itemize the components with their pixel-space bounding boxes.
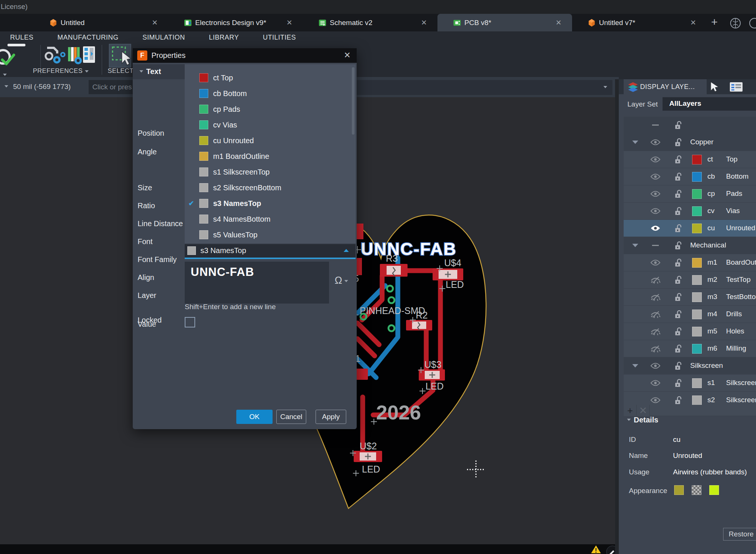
layer-color-swatch[interactable] [692,327,702,336]
tab-schematic-v2[interactable]: Schematic v2✕ [303,14,437,31]
add-layer-button[interactable]: + [624,405,637,416]
layer-color-swatch[interactable] [692,172,702,182]
visibility-toggle[interactable] [649,323,662,340]
layers-table-header[interactable] [624,117,756,134]
visibility-toggle[interactable] [649,340,662,357]
layer-color-swatch[interactable] [692,378,702,388]
visibility-toggle[interactable] [649,375,662,391]
visibility-toggle[interactable] [649,271,662,288]
layer-row-m3[interactable]: m3TestBottom [624,289,756,306]
layer-color-swatch[interactable] [692,189,702,199]
visibility-toggle[interactable] [649,254,662,271]
layer-row-s1[interactable]: s1SilkscreenTop [624,375,756,392]
dialog-titlebar[interactable]: F Properties ✕ [133,48,357,63]
layer-color-swatch[interactable] [692,155,702,164]
tab-electronics-design-v9-[interactable]: Electronics Design v9*✕ [168,14,303,31]
layer-row-cv[interactable]: cvVias [624,203,756,220]
layer-option-s1[interactable]: s1 SilkscreenTop [185,164,356,180]
unlock-icon[interactable] [673,203,683,219]
visibility-toggle[interactable] [649,357,662,374]
layer-row-m4[interactable]: m4Drills [624,306,756,323]
layer-option-cv[interactable]: cv Vias [185,117,356,133]
layer-option-ct[interactable]: ct Top [185,70,356,86]
cursor-icon[interactable] [709,81,718,92]
tab-untitled[interactable]: Untitled✕ [34,14,168,31]
close-icon[interactable]: ✕ [556,18,562,27]
delete-layer-button[interactable]: ✕ [637,405,650,416]
tab-untitled-v7-[interactable]: Untitled v7*✕ [572,14,707,31]
layer-option-m1[interactable]: m1 BoardOutline [185,148,356,164]
display-layers-tab[interactable]: DISPLAY LAYE... [624,79,707,94]
menu-library[interactable]: LIBRARY [209,34,239,41]
unlock-icon[interactable] [673,340,683,357]
layer-option-cu[interactable]: cu Unrouted [185,133,356,148]
layer-option-s4[interactable]: s4 NamesBottom [185,211,356,227]
layer-option-cb[interactable]: cb Bottom [185,86,356,101]
unlock-icon[interactable] [673,220,683,237]
layer-color-swatch[interactable] [692,396,702,405]
unlock-icon[interactable] [673,254,683,271]
layer-option-s5[interactable]: s5 ValuesTop [185,227,356,243]
unlock-icon[interactable] [673,323,683,340]
visibility-toggle[interactable] [649,168,662,185]
select-tool-icon[interactable] [109,44,131,67]
special-character-button[interactable]: Ω [335,275,348,286]
ok-button[interactable]: OK [236,410,273,424]
layer-row-ct[interactable]: ctTop [624,151,756,168]
unlock-icon[interactable] [673,134,683,151]
close-icon[interactable]: ✕ [421,18,427,27]
chevron-down-icon[interactable] [627,419,631,421]
appearance-swatch-1[interactable] [674,485,684,495]
layer-row-m2[interactable]: m2TestTop [624,271,756,289]
layer-row-cp[interactable]: cpPads [624,185,756,203]
unlock-icon[interactable] [673,306,683,323]
layer-color-swatch[interactable] [692,206,702,216]
collapse-icon[interactable] [630,357,640,374]
layer-group-copper[interactable]: Copper [624,134,756,151]
appearance-swatch-3[interactable] [709,485,719,495]
collapse-icon[interactable] [630,237,640,254]
layer-row-m6[interactable]: m6Milling [624,340,756,357]
panel-layout-icon[interactable] [83,46,95,63]
unlock-icon[interactable] [673,117,683,133]
layer-row-m1[interactable]: m1BoardOutline [624,254,756,271]
layer-select-field[interactable]: s3 NamesTop [185,244,356,258]
restore-button[interactable]: Restore [723,528,756,541]
visibility-toggle[interactable] [649,220,662,237]
layer-color-swatch[interactable] [692,344,702,354]
layer-color-swatch[interactable] [692,310,702,319]
layer-color-swatch[interactable] [692,292,702,302]
drc-icon[interactable] [0,44,25,64]
menu-simulation[interactable]: SIMULATION [142,34,185,41]
layer-option-cp[interactable]: cp Pads [185,101,356,117]
new-tab-button[interactable]: + [711,16,718,28]
unlock-icon[interactable] [673,151,683,168]
layer-stack-settings-icon[interactable] [68,47,82,64]
net-classes-icon[interactable] [46,48,65,64]
layer-row-m5[interactable]: m5Holes [624,323,756,340]
value-textarea[interactable]: UNNC-FAB [185,262,329,304]
cancel-button[interactable]: Cancel [276,410,306,424]
close-icon[interactable]: ✕ [152,18,158,27]
unlock-icon[interactable] [673,185,683,202]
visibility-toggle[interactable] [649,237,662,254]
visibility-toggle[interactable] [649,185,662,202]
layer-group-silkscreen[interactable]: Silkscreen [624,357,756,375]
close-icon[interactable]: ✕ [690,18,696,27]
canvas-scrollbar[interactable] [615,79,619,554]
unlock-icon[interactable] [673,237,683,254]
unlock-icon[interactable] [673,375,683,391]
layer-color-swatch[interactable] [692,224,702,233]
layer-color-swatch[interactable] [692,275,702,285]
menu-manufacturing[interactable]: MANUFACTURING [58,34,119,41]
visibility-toggle[interactable] [649,203,662,219]
layer-set-select[interactable]: AllLayers [663,97,756,111]
visibility-toggle[interactable] [649,289,662,305]
menu-rules[interactable]: RULES [10,34,34,41]
section-text[interactable]: Text [133,64,185,79]
visibility-toggle[interactable] [649,134,662,151]
preferences-menu[interactable]: PREFERENCES [33,67,89,75]
unlock-icon[interactable] [673,289,683,305]
warning-icon[interactable] [591,545,601,553]
layer-option-s2[interactable]: s2 SilkscreenBottom [185,180,356,196]
